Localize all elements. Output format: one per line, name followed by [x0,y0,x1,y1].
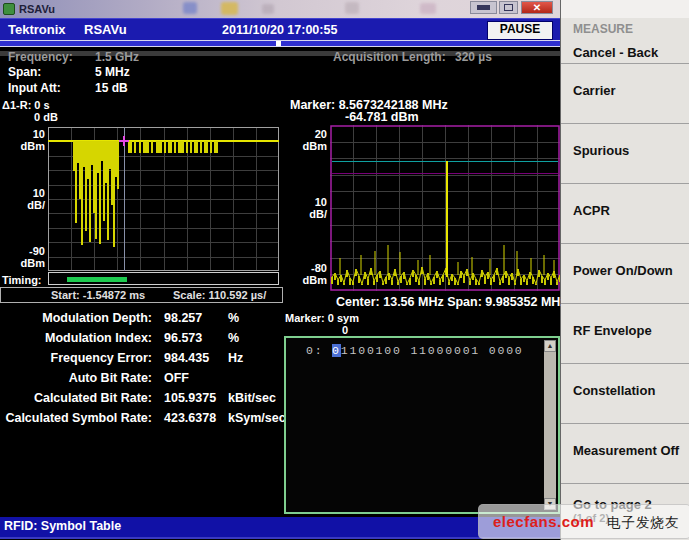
timing-start-value: Start: -1.54872 ms [51,289,145,301]
menu-item-power-on-down[interactable]: Power On/Down [573,263,673,278]
close-button[interactable]: ✕ [521,1,553,14]
measurement-value: 423.6378 [164,411,216,425]
acquisition-length-value: 320 µs [455,50,492,64]
desktop-icon-blob [420,3,436,14]
app-name-label: RSAVu [84,22,127,37]
symbol-table-row: 0: 01100100 11000001 0000 [306,344,524,357]
sidebar-top-area [561,0,689,18]
watermark-chinese: 电子发烧友 [607,514,680,532]
status-bar: RFID: Symbol Table [0,517,560,539]
pause-button[interactable]: PAUSE [487,21,553,40]
measurement-label: Auto Bit Rate: [0,371,152,385]
spectrum-plot [330,125,560,291]
measurement-label: Calculated Symbol Rate: [0,411,152,425]
measure-menu: MEASURE Cancel - Back Carrier Spurious A… [561,0,689,540]
desktop-icon-blob [345,2,359,14]
input-att-value: 15 dB [95,81,128,95]
datetime-label: 2011/10/20 17:00:55 [222,23,337,37]
minimize-icon [477,5,490,10]
delta-marker-label: Δ1-R: 0 s [2,99,50,111]
marker-symbol-readout: Marker: 0 sym [285,312,359,324]
measurement-label: Modulation Depth: [0,311,152,325]
ref-level-label: 0 dB [34,111,58,123]
measurement-unit: kBit/sec [228,391,276,405]
menu-separator [561,183,689,184]
timing-scale-value: Scale: 110.592 µs/ [173,289,266,301]
measurement-value: 984.435 [164,351,209,365]
maximize-icon [504,4,513,11]
desktop-icon-blob [221,2,238,15]
symbol-table[interactable]: 0: 01100100 11000001 0000 ▲ ▼ [284,336,560,514]
progress-tick [276,41,281,46]
menu-separator [561,363,689,364]
right-y-bottom-label: -80dBm [282,262,327,286]
menu-item-cancel-back[interactable]: Cancel - Back [573,45,658,60]
status-bar-text: RFID: Symbol Table [4,519,121,533]
timing-label: Timing: [2,274,42,286]
input-att-label: Input Att: [8,81,61,95]
measurement-unit: kSym/sec [228,411,286,425]
menu-separator [561,423,689,424]
brand-label: Tektronix [8,22,66,37]
left-y-mid-label: 10dB/ [0,187,45,211]
menu-item-constellation[interactable]: Constellation [573,383,655,398]
menu-separator [561,303,689,304]
acquisition-length-label: Acquisition Length: [333,50,446,64]
maximize-button[interactable] [499,1,518,14]
timing-position-strip [48,272,279,285]
measurement-unit: % [228,331,239,345]
rf-envelope-plot [48,127,279,271]
measurement-value: 96.573 [164,331,202,345]
menu-header: MEASURE [573,22,633,36]
measurement-label: Frequency Error: [0,351,152,365]
menu-separator [561,123,689,124]
app-header-bar: Tektronix RSAVu 2011/10/20 17:00:55 PAUS… [0,18,560,40]
right-y-top-label: 20dBm [282,128,327,152]
menu-separator [561,483,689,484]
screenshot-root: { "window": { "title": "RSAVu", "header"… [0,0,689,540]
timing-position-bar [67,277,127,282]
left-y-bottom-label: -90dBm [0,245,45,269]
right-y-mid-label: 10dB/ [282,196,327,220]
span-value: 5 MHz [95,65,130,79]
center-span-readout: Center: 13.56 MHz Span: 9.985352 MHz [336,295,567,309]
rsavu-app-icon [3,3,15,15]
window-titlebar[interactable]: RSAVu ✕ [0,0,560,18]
elecfans-watermark: elecfans.com 电子发烧友 [478,504,689,539]
window-title: RSAVu [19,3,55,15]
menu-item-rf-envelope[interactable]: RF Envelope [573,323,652,338]
span-label: Span: [8,65,41,79]
symbol-row-index: 0: [306,344,323,357]
menu-item-measurement-off[interactable]: Measurement Off [573,443,679,458]
marker-level-readout: -64.781 dBm [345,110,419,124]
symbol-bits: 1100100 11000001 0000 [341,344,524,357]
acquisition-progress-bar [0,40,560,47]
marker-symbol-value: 0 [342,324,348,336]
measurement-unit: Hz [228,351,243,365]
left-y-top-label: 10dBm [0,128,45,152]
scroll-up-arrow[interactable]: ▲ [544,340,556,352]
measurement-unit: % [228,311,239,325]
desktop-icon-blob [183,2,197,14]
desktop-icon-blob [262,4,274,14]
measurement-value: OFF [164,371,189,385]
menu-separator [561,243,689,244]
menu-item-spurious[interactable]: Spurious [573,143,629,158]
menu-item-carrier[interactable]: Carrier [573,83,616,98]
measurement-label: Modulation Index: [0,331,152,345]
minimize-button[interactable] [470,1,497,14]
measurement-value: 105.9375 [164,391,216,405]
frequency-value: 1.5 GHz [95,50,139,64]
timing-scale-strip: Start: -1.54872 ms Scale: 110.592 µs/ [0,287,283,303]
symbol-highlight: 0 [332,344,341,357]
menu-item-acpr[interactable]: ACPR [573,203,610,218]
measurement-label: Calculated Bit Rate: [0,391,152,405]
menu-separator [561,63,689,64]
symbol-table-scrollbar[interactable]: ▲ ▼ [544,340,556,510]
watermark-site: elecfans.com [493,513,594,530]
measurement-value: 98.257 [164,311,202,325]
rsavu-window: RSAVu ✕ Tektronix RSAVu 2011/10/20 17:00… [0,0,561,540]
frequency-label: Frequency: [8,50,73,64]
